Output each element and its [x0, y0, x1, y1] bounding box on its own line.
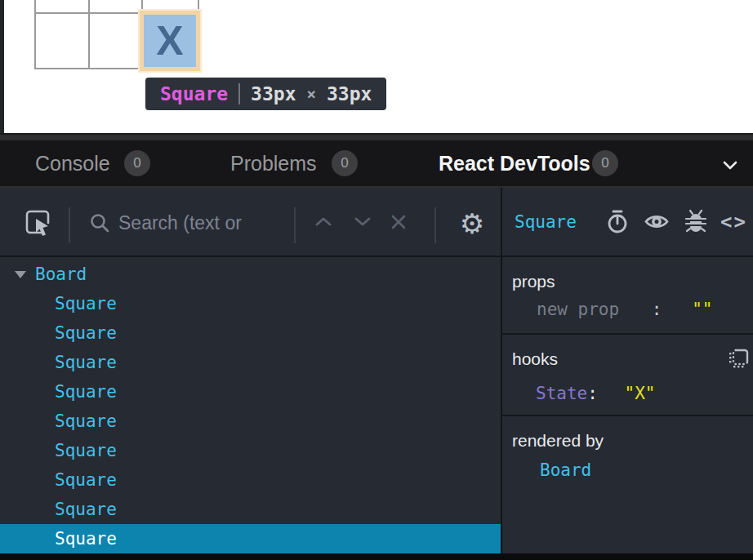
search-clear-button[interactable] — [390, 213, 408, 231]
tree-item-label: Square — [55, 470, 117, 490]
inspect-dom-button[interactable] — [644, 212, 670, 231]
collapse-drawer-button[interactable] — [722, 158, 738, 173]
expand-arrow-icon[interactable] — [15, 271, 26, 278]
rendered-by-link[interactable]: Board — [540, 460, 591, 480]
tree-item-label: Board — [35, 264, 87, 284]
tree-item-board[interactable]: Board — [0, 260, 501, 289]
debug-button[interactable] — [685, 209, 706, 234]
search-input[interactable] — [117, 209, 293, 237]
chevron-up-icon — [314, 216, 333, 229]
hooks-section-title: hooks — [512, 349, 558, 369]
hook-names-icon — [728, 348, 751, 369]
state-hook-value[interactable]: "X" — [625, 384, 656, 403]
profiler-button[interactable] — [606, 209, 629, 235]
drawer-tab-bar: Console 0 Problems 0 React DevTools 0 — [0, 140, 753, 186]
section-divider — [502, 333, 753, 335]
new-prop-value-field[interactable]: "" — [692, 300, 712, 319]
inspect-element-button[interactable] — [23, 207, 54, 238]
window-bottom-edge — [0, 553, 753, 560]
toolbar-divider — [69, 207, 70, 243]
code-icon: <> — [720, 211, 747, 233]
bug-icon — [685, 209, 706, 234]
inspect-tooltip: Square 33px × 33px — [145, 78, 386, 110]
tree-item-label: Square — [55, 353, 117, 372]
search-prev-button[interactable] — [314, 216, 333, 229]
tab-problems[interactable]: Problems — [230, 140, 317, 186]
window-left-edge — [0, 0, 4, 133]
panel-divider — [501, 188, 502, 553]
tree-item-square[interactable]: Square — [0, 348, 501, 377]
tooltip-times-icon: × — [306, 85, 315, 103]
tab-console[interactable]: Console — [35, 140, 110, 186]
stopwatch-icon — [606, 209, 629, 235]
gear-icon: ⚙ — [460, 207, 484, 240]
tree-item-label: Square — [55, 294, 117, 313]
toolbar-divider — [434, 207, 436, 243]
settings-button[interactable]: ⚙ — [456, 207, 488, 240]
tree-item-label: Square — [55, 500, 117, 519]
tab-react-devtools[interactable]: React DevTools — [439, 140, 590, 186]
tree-item-square[interactable]: Square — [0, 318, 501, 348]
rendered-by-section-title: rendered by — [512, 431, 604, 451]
toolbar-bottom-border — [0, 256, 753, 257]
eye-icon — [644, 212, 670, 231]
close-icon — [390, 213, 408, 231]
screenshot-root: X Square 33px × 33px Console 0 Problems … — [0, 0, 753, 560]
search-next-button[interactable] — [353, 216, 372, 229]
search-icon — [89, 212, 110, 237]
tree-item-label: Square — [55, 441, 117, 460]
tree-item-label: Square — [55, 382, 117, 402]
square-x-mark[interactable]: X — [144, 15, 196, 67]
tooltip-component-name: Square — [160, 83, 228, 104]
section-divider — [502, 415, 753, 416]
toolbar-divider — [294, 207, 296, 243]
tooltip-height: 33px — [327, 83, 372, 104]
new-prop-field[interactable]: new prop — [537, 300, 619, 319]
tree-item-square[interactable]: Square — [0, 407, 501, 436]
new-prop-row[interactable]: new prop : "" — [537, 300, 712, 319]
selected-component-title: Square — [515, 212, 577, 232]
tree-item-label: Square — [55, 529, 117, 549]
state-hook-row: State: "X" — [536, 384, 655, 403]
grid-line — [34, 0, 36, 69]
colon: : — [652, 300, 662, 319]
props-section-title: props — [512, 272, 555, 291]
tooltip-divider — [238, 83, 240, 104]
chevron-down-icon — [722, 160, 738, 170]
tree-item-square[interactable]: Square — [0, 465, 501, 495]
chevron-down-icon — [353, 216, 372, 229]
colon: : — [587, 384, 598, 403]
parse-hook-names-button[interactable] — [728, 348, 751, 369]
tree-item-square[interactable]: Square — [0, 377, 501, 407]
tree-item-square[interactable]: Square — [0, 495, 501, 524]
inspected-square-highlight[interactable]: X — [140, 11, 200, 71]
console-badge: 0 — [124, 150, 150, 176]
tree-item-square-selected[interactable]: Square — [0, 524, 501, 553]
grid-line — [88, 0, 90, 69]
react-devtools-panel: ⚙ Square — [0, 188, 753, 560]
tree-item-label: Square — [55, 411, 117, 431]
problems-badge: 0 — [332, 150, 358, 176]
inspect-element-icon — [24, 207, 53, 238]
tooltip-width: 33px — [251, 83, 296, 104]
tree-item-square[interactable]: Square — [0, 289, 501, 318]
drawer-top-strip — [0, 135, 753, 140]
component-tree: Board Square Square Square Square Square… — [0, 260, 501, 553]
react-devtools-badge: 0 — [592, 150, 618, 176]
tree-item-square[interactable]: Square — [0, 436, 501, 465]
tree-item-label: Square — [55, 323, 117, 343]
view-source-button[interactable]: <> — [720, 211, 747, 233]
state-hook-label: State — [536, 384, 587, 403]
